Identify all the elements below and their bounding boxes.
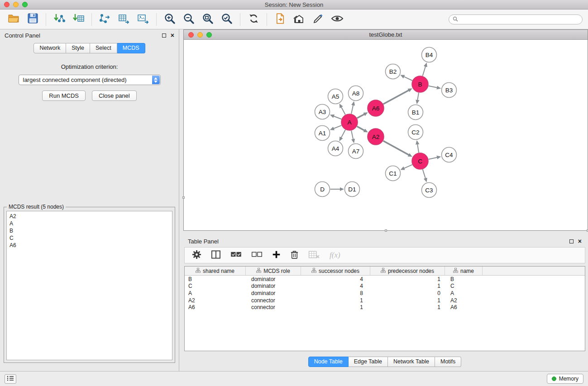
graph-edge-A6-B[interactable] — [383, 90, 409, 104]
table-row[interactable]: Cdominator41C — [185, 283, 585, 290]
document-export-button[interactable] — [272, 12, 288, 27]
task-history-button[interactable] — [5, 374, 16, 384]
delete-table-button[interactable] — [308, 250, 320, 261]
brush-button[interactable] — [310, 12, 326, 27]
table-cell[interactable]: C — [445, 283, 483, 290]
table-row[interactable]: A6connector11A6 — [185, 304, 585, 311]
add-column-button[interactable] — [272, 250, 281, 261]
table-cell[interactable]: 4 — [301, 283, 370, 290]
table-cell[interactable]: A2 — [445, 297, 483, 304]
close-panel-button-action[interactable]: Close panel — [92, 91, 137, 101]
table-cell[interactable]: 1 — [301, 297, 370, 304]
graph-edge-A-A6[interactable] — [357, 114, 365, 118]
table-cell[interactable]: 1 — [370, 304, 445, 311]
mcds-result-list[interactable]: A2ABCA6 — [6, 211, 172, 360]
tab-style[interactable]: Style — [66, 43, 90, 53]
graph-edge-B-B3[interactable] — [429, 86, 437, 88]
minimize-window-button[interactable] — [13, 2, 19, 7]
column-header-predecessor-nodes[interactable]: predecessor nodes — [370, 267, 445, 275]
import-table-button[interactable] — [70, 12, 86, 27]
import-network-button[interactable] — [51, 12, 67, 27]
resize-handle[interactable] — [182, 196, 185, 199]
table-tab-motifs[interactable]: Motifs — [435, 357, 461, 367]
graph-edge-C-C1[interactable] — [404, 165, 412, 168]
float-panel-button[interactable] — [162, 33, 166, 38]
graph-edge-A-A2[interactable] — [357, 126, 365, 130]
tab-select[interactable]: Select — [90, 43, 117, 53]
resize-handle[interactable] — [385, 229, 387, 232]
optimization-criterion-dropdown[interactable]: largest connected component (directed) — [19, 75, 161, 85]
mcds-result-item[interactable]: A — [10, 220, 169, 227]
apply-function-button[interactable]: f(x) — [330, 251, 340, 260]
select-all-columns-button[interactable] — [230, 251, 242, 260]
table-cell[interactable]: 0 — [370, 290, 445, 297]
mcds-result-item[interactable]: B — [10, 227, 169, 234]
export-table-button[interactable] — [116, 12, 132, 27]
close-network-window-button[interactable] — [188, 32, 194, 38]
deselect-all-columns-button[interactable] — [251, 251, 263, 260]
graph-edge-A-A4[interactable] — [341, 130, 346, 138]
close-panel-button[interactable]: × — [171, 33, 174, 38]
tab-mcds[interactable]: MCDS — [117, 43, 145, 53]
graph-edge-A-A8[interactable] — [351, 105, 353, 114]
table-cell[interactable]: A — [185, 290, 246, 297]
table-cell[interactable]: A6 — [185, 304, 246, 311]
home-button[interactable] — [291, 12, 307, 27]
zoom-out-button[interactable] — [181, 12, 197, 27]
export-image-button[interactable] — [135, 12, 151, 27]
table-cell[interactable]: dominator — [246, 276, 301, 283]
table-cell[interactable]: A6 — [445, 304, 483, 311]
table-row[interactable]: A2connector11A2 — [185, 297, 585, 304]
column-header-MCDS-role[interactable]: MCDS role — [246, 267, 301, 275]
table-cell[interactable]: B — [185, 276, 246, 283]
zoom-selected-button[interactable] — [219, 12, 235, 27]
table-cell[interactable]: 1 — [370, 276, 445, 283]
show-hide-button[interactable] — [329, 12, 345, 27]
table-cell[interactable]: 1 — [370, 297, 445, 304]
float-table-panel-button[interactable] — [569, 239, 574, 243]
table-cell[interactable]: C — [185, 283, 246, 290]
graph-edge-B-B4[interactable] — [423, 66, 426, 76]
mcds-result-item[interactable]: A2 — [10, 213, 169, 220]
table-cell[interactable]: 4 — [301, 276, 370, 283]
table-cell[interactable]: dominator — [246, 290, 301, 297]
table-cell[interactable]: A2 — [185, 297, 246, 304]
graph-edge-A-A7[interactable] — [351, 131, 353, 140]
mcds-result-item[interactable]: C — [10, 234, 169, 242]
export-network-button[interactable] — [97, 12, 113, 27]
table-row[interactable]: Bdominator41B — [185, 276, 585, 283]
zoom-window-button[interactable] — [22, 2, 28, 7]
table-cell[interactable]: A — [445, 290, 483, 297]
delete-column-button[interactable] — [290, 250, 299, 261]
graph-edge-B-B2[interactable] — [404, 76, 412, 81]
table-cell[interactable]: 1 — [370, 283, 445, 290]
table-settings-button[interactable] — [192, 250, 201, 261]
tab-network[interactable]: Network — [33, 43, 66, 53]
graph-edge-A2-C[interactable] — [383, 141, 409, 155]
search-input[interactable] — [460, 16, 578, 23]
column-header-shared-name[interactable]: shared name — [185, 267, 246, 275]
graph-edge-C-C4[interactable] — [429, 157, 438, 159]
table-tab-network-table[interactable]: Network Table — [388, 357, 435, 367]
run-mcds-button[interactable]: Run MCDS — [42, 91, 86, 101]
close-table-panel-button[interactable]: × — [578, 239, 582, 243]
table-cell[interactable]: B — [445, 276, 483, 283]
memory-button[interactable]: Memory — [547, 374, 583, 384]
table-row[interactable]: Adominator80A — [185, 290, 585, 297]
refresh-button[interactable] — [245, 12, 262, 27]
save-session-button[interactable] — [24, 12, 41, 27]
table-tab-node-table[interactable]: Node Table — [308, 357, 349, 367]
table-cell[interactable]: connector — [246, 297, 301, 304]
column-header-successor-nodes[interactable]: successor nodes — [301, 267, 370, 275]
graph-edge-A-A5[interactable] — [341, 107, 345, 114]
graph-edge-A-A1[interactable] — [334, 125, 342, 129]
graph-edge-B-B1[interactable] — [417, 93, 419, 100]
network-canvas[interactable]: B4B2BB3A5A8A6B1A3AC2A1A2A4A7C4CC1C3DD1 — [184, 40, 588, 230]
table-cell[interactable]: dominator — [246, 283, 301, 290]
zoom-fit-button[interactable] — [200, 12, 216, 27]
graph-edge-C-C3[interactable] — [423, 169, 425, 179]
column-header-name[interactable]: name — [445, 267, 483, 275]
table-tab-edge-table[interactable]: Edge Table — [349, 357, 388, 367]
graph-edge-A-A3[interactable] — [334, 116, 342, 119]
table-cell[interactable]: connector — [246, 304, 301, 311]
